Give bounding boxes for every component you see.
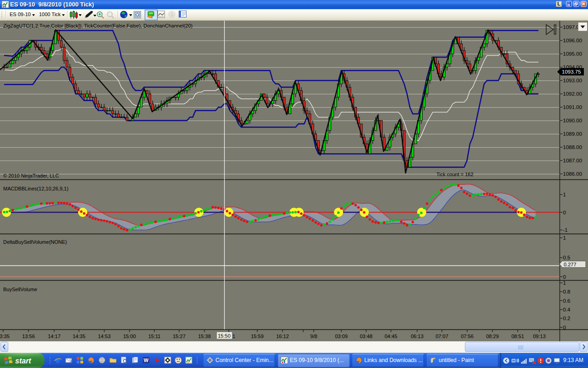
svg-text:-1: -1 [563, 227, 568, 233]
svg-text:1091.00: 1091.00 [563, 104, 582, 110]
svg-text:start: start [15, 357, 31, 365]
svg-text:07:56: 07:56 [461, 334, 474, 339]
svg-text:04:45: 04:45 [384, 334, 397, 339]
svg-text:15:11: 15:11 [148, 334, 161, 339]
svg-text:0.4: 0.4 [563, 307, 571, 312]
svg-text:13:35: 13:35 [0, 334, 10, 339]
svg-text:1096.00: 1096.00 [563, 38, 582, 43]
svg-text:07:07: 07:07 [435, 334, 448, 339]
svg-text:1086.00: 1086.00 [563, 171, 582, 177]
svg-text:W: W [144, 357, 149, 363]
svg-text:14:53: 14:53 [98, 334, 111, 339]
svg-text:0.6: 0.6 [563, 298, 571, 304]
svg-text:06:13: 06:13 [411, 334, 424, 339]
svg-text:03:09: 03:09 [335, 334, 348, 339]
svg-text:13:56: 13:56 [22, 334, 35, 339]
svg-text:15:59: 15:59 [251, 334, 264, 339]
svg-text:1097.0: 1097.0 [563, 24, 579, 30]
svg-text:© 2010 NinjaTrader, LLC: © 2010 NinjaTrader, LLC [3, 173, 59, 178]
svg-text:0.8: 0.8 [563, 289, 571, 294]
svg-text:DeltaBuySellVolume(NONE): DeltaBuySellVolume(NONE) [3, 239, 67, 245]
svg-text:15:38: 15:38 [198, 334, 211, 339]
svg-text:0.2: 0.2 [563, 316, 571, 321]
svg-text:1093.75: 1093.75 [562, 69, 581, 75]
svg-text:1: 1 [563, 192, 566, 197]
svg-text:0.277: 0.277 [564, 262, 577, 267]
svg-text:0: 0 [563, 325, 566, 330]
svg-text:03:48: 03:48 [360, 334, 373, 339]
svg-text:1088.00: 1088.00 [563, 144, 582, 150]
svg-text:1092.00: 1092.00 [563, 91, 582, 97]
svg-text:14:35: 14:35 [73, 334, 85, 339]
svg-text:S: S [170, 12, 174, 17]
svg-text:0: 0 [563, 210, 566, 215]
svg-text:0: 0 [563, 274, 566, 280]
svg-text:16:12: 16:12 [276, 334, 289, 339]
svg-text:15:27: 15:27 [173, 334, 186, 339]
svg-text:1089.00: 1089.00 [563, 131, 582, 137]
svg-text:14:17: 14:17 [48, 334, 61, 339]
svg-text:1090.00: 1090.00 [563, 118, 582, 123]
svg-text:0.5: 0.5 [563, 255, 571, 260]
svg-text:08:51: 08:51 [511, 334, 524, 339]
svg-text:BuySellVolume: BuySellVolume [3, 287, 37, 292]
svg-text:1095.00: 1095.00 [563, 51, 582, 57]
svg-text:MACDBBLines(12,10,26,9,1): MACDBBLines(12,10,26,9,1) [3, 186, 68, 191]
svg-text:09:13: 09:13 [533, 334, 546, 339]
svg-text:1: 1 [563, 280, 566, 286]
svg-text:ZigZagUTC(1,2,True,Color [Blac: ZigZagUTC(1,2,True,Color [Black]), TickC… [3, 23, 192, 29]
svg-text:Tick count = 162: Tick count = 162 [436, 172, 474, 177]
svg-text:15:00: 15:00 [123, 334, 136, 339]
svg-text:e: e [56, 356, 60, 364]
svg-text:1093.00: 1093.00 [563, 78, 582, 83]
svg-text:1087.00: 1087.00 [563, 158, 582, 163]
svg-text:1: 1 [232, 334, 235, 339]
svg-text:15:50: 15:50 [218, 333, 231, 339]
svg-text:1: 1 [563, 235, 566, 241]
svg-text:08:29: 08:29 [486, 334, 499, 339]
svg-text:9/8: 9/8 [310, 334, 317, 339]
